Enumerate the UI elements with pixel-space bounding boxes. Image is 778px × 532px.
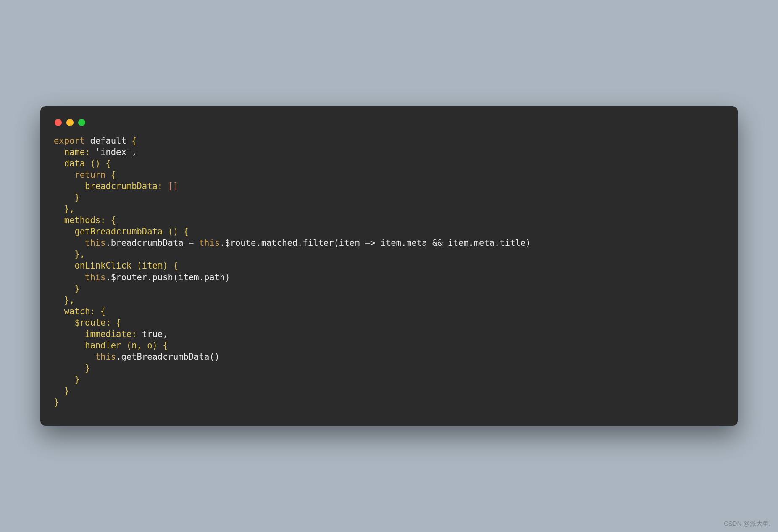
prop-name: name: — [64, 147, 90, 157]
code-text: .$router.push(item.path) — [105, 272, 230, 282]
value-true: true, — [137, 329, 168, 339]
brace: } — [74, 374, 79, 385]
brace: } — [54, 397, 59, 407]
prop-data: data — [64, 158, 85, 169]
brace: { — [105, 215, 116, 225]
code-text: .breadcrumbData = — [105, 238, 199, 248]
maximize-icon[interactable] — [78, 119, 85, 126]
keyword-return: return — [74, 170, 105, 180]
code-text: .$route.matched.filter(item => item.meta… — [220, 238, 531, 248]
brace: (item) { — [131, 261, 178, 271]
brace: () { — [163, 226, 189, 237]
keyword-this: this — [85, 272, 105, 282]
brace: { — [105, 170, 116, 180]
code-text: .getBreadcrumbData() — [116, 352, 220, 362]
prop-watch: watch: — [64, 306, 95, 316]
method-onlinkclick: onLinkClick — [74, 261, 131, 271]
brace: }, — [64, 204, 75, 214]
brace: } — [85, 363, 90, 373]
brace: }, — [64, 295, 75, 305]
close-icon[interactable] — [55, 119, 62, 126]
method-getbreadcrumb: getBreadcrumbData — [74, 226, 163, 237]
brace: }, — [74, 249, 85, 259]
watermark-text: CSDN @派大星. — [724, 520, 770, 528]
keyword-this: this — [199, 238, 220, 248]
keyword-this: this — [85, 238, 105, 248]
minimize-icon[interactable] — [66, 119, 74, 126]
brace: } — [74, 192, 79, 203]
prop-route: $route: — [74, 318, 110, 328]
brace: () { — [85, 158, 111, 169]
prop-immediate: immediate: — [85, 329, 137, 339]
window-titlebar — [54, 116, 724, 135]
brace: } — [74, 284, 79, 294]
brace: { — [126, 136, 137, 146]
method-handler: handler — [85, 340, 121, 350]
code-block: export default { name: 'index', data () … — [54, 135, 724, 408]
brace: { — [95, 306, 106, 316]
prop-breadcrumb: breadcrumbData: — [85, 181, 163, 191]
brace: (n, o) { — [121, 340, 168, 350]
string-value: 'index', — [90, 147, 137, 157]
brace: } — [64, 386, 69, 396]
brace: { — [111, 318, 121, 328]
keyword-this: this — [95, 352, 116, 362]
code-window: export default { name: 'index', data () … — [40, 106, 738, 426]
prop-methods: methods: — [64, 215, 106, 225]
keyword-export: export — [54, 136, 85, 146]
array-literal: [] — [163, 181, 178, 191]
keyword-default: default — [90, 136, 126, 146]
